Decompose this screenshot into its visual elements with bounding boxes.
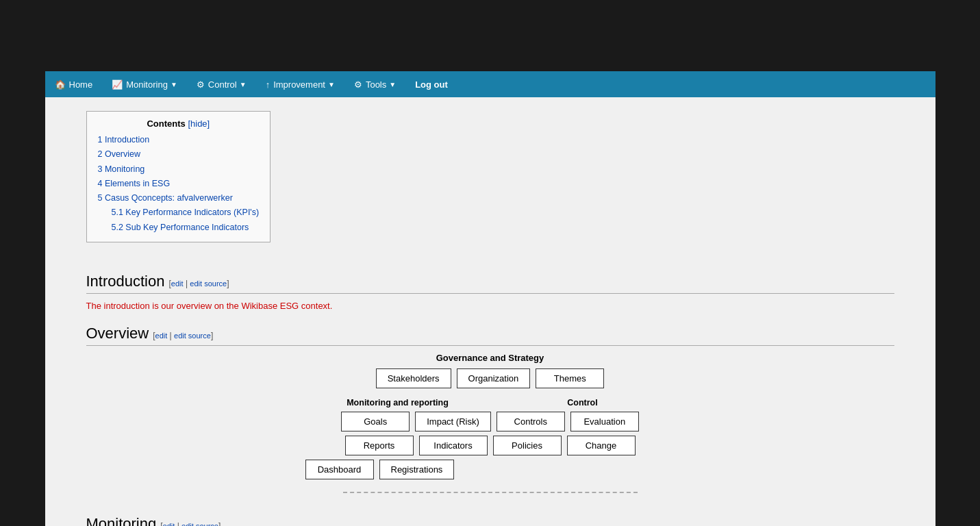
row1: Goals Impact (Risk) Controls Evaluation: [341, 412, 639, 431]
monitoring-icon: 📈: [112, 79, 123, 90]
nav-logout[interactable]: Log out: [405, 71, 457, 97]
introduction-edit-source-link[interactable]: edit source: [190, 279, 227, 288]
main-content: Contents [hide] 1 Introduction 2 Overvie…: [45, 97, 935, 526]
nav-monitoring[interactable]: 📈 Monitoring ▼: [102, 71, 187, 97]
governance-row: Stakeholders Organization Themes: [376, 368, 605, 388]
box-stakeholders[interactable]: Stakeholders: [376, 368, 451, 388]
improvement-icon: ↑: [266, 79, 271, 90]
box-reports[interactable]: Reports: [345, 436, 414, 455]
box-impact-risk[interactable]: Impact (Risk): [415, 412, 491, 431]
box-themes[interactable]: Themes: [536, 368, 604, 388]
nav-control[interactable]: ⚙ Control ▼: [187, 71, 256, 97]
toc-item-3[interactable]: 3 Monitoring: [98, 162, 260, 177]
navbar: 🏠 Home 📈 Monitoring ▼ ⚙ Control ▼ ↑ Impr…: [45, 71, 935, 97]
toc-hide-toggle[interactable]: [hide]: [188, 118, 210, 129]
monitoring-edit-link[interactable]: edit: [163, 522, 175, 526]
overview-edit-source-link[interactable]: edit source: [174, 331, 211, 340]
box-change[interactable]: Change: [567, 436, 636, 455]
toc-item-4[interactable]: 4 Elements in ESG: [98, 177, 260, 191]
dashed-divider: [343, 492, 638, 493]
box-indicators[interactable]: Indicators: [419, 436, 488, 455]
row2: Reports Indicators Policies Change: [345, 436, 636, 455]
overview-edit-links: [edit | edit source]: [153, 331, 213, 340]
monitoring-heading: Monitoring [edit | edit source]: [86, 515, 894, 526]
toc-item-2[interactable]: 2 Overview: [98, 147, 260, 162]
toc-title: Contents [hide]: [98, 118, 260, 129]
nav-tools[interactable]: ⚙ Tools ▼: [344, 71, 405, 97]
tools-icon: ⚙: [354, 79, 362, 90]
toc-box: Contents [hide] 1 Introduction 2 Overvie…: [86, 111, 271, 242]
overview-diagram: Governance and Strategy Stakeholders Org…: [86, 353, 894, 501]
introduction-edit-link[interactable]: edit: [171, 279, 184, 288]
home-icon: 🏠: [55, 79, 66, 90]
nav-home[interactable]: 🏠 Home: [45, 71, 103, 97]
introduction-edit-links: [edit | edit source]: [168, 279, 229, 288]
monitoring-edit-source-link[interactable]: edit source: [181, 522, 218, 526]
introduction-text: The introduction is our overview on the …: [86, 301, 894, 311]
control-label: Control: [490, 398, 675, 408]
governance-label: Governance and Strategy: [436, 353, 544, 363]
row3: Dashboard Registrations: [305, 460, 675, 479]
box-registrations[interactable]: Registrations: [379, 460, 455, 479]
box-evaluation[interactable]: Evaluation: [570, 412, 639, 431]
box-goals[interactable]: Goals: [341, 412, 410, 431]
overview-edit-link[interactable]: edit: [155, 331, 168, 340]
toc-item-5-1[interactable]: 5.1 Key Performance Indicators (KPI's): [112, 205, 260, 220]
overview-heading: Overview [edit | edit source]: [86, 325, 894, 346]
box-dashboard[interactable]: Dashboard: [305, 460, 374, 479]
nav-improvement[interactable]: ↑ Improvement ▼: [256, 71, 344, 97]
toc-item-5[interactable]: 5 Casus Qconcepts: afvalverwerker: [98, 191, 260, 205]
introduction-heading: Introduction [edit | edit source]: [86, 273, 894, 294]
toc-item-5-2[interactable]: 5.2 Sub Key Performance Indicators: [112, 221, 260, 235]
box-policies[interactable]: Policies: [493, 436, 562, 455]
box-controls[interactable]: Controls: [497, 412, 565, 431]
toc-item-1[interactable]: 1 Introduction: [98, 133, 260, 147]
monitoring-edit-links: [edit | edit source]: [160, 521, 221, 526]
monitoring-reporting-label: Monitoring and reporting: [305, 398, 490, 408]
control-icon: ⚙: [197, 79, 205, 90]
monitoring-control-labels: Monitoring and reporting Control: [305, 398, 675, 408]
box-organization[interactable]: Organization: [457, 368, 531, 388]
